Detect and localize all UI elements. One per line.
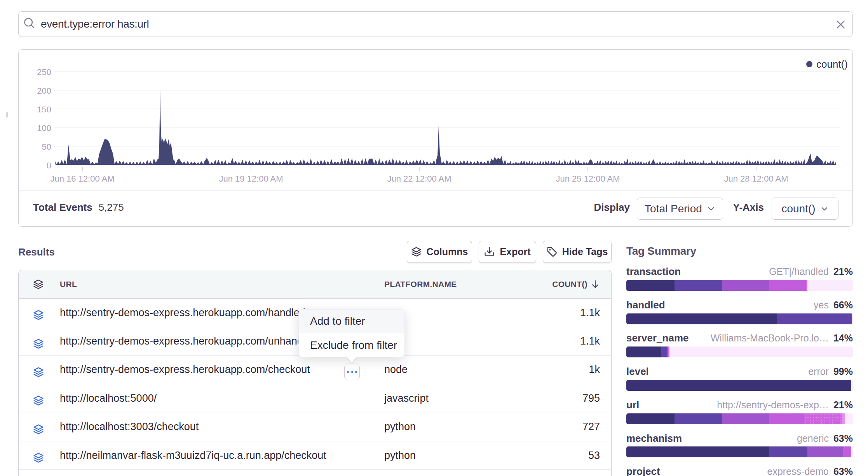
svg-text:Jun 25 12:00 AM: Jun 25 12:00 AM — [556, 174, 620, 184]
svg-text:Jun 22 12:00 AM: Jun 22 12:00 AM — [387, 174, 451, 184]
svg-text:Jun 19 12:00 AM: Jun 19 12:00 AM — [219, 174, 283, 184]
svg-text:250: 250 — [37, 67, 51, 77]
svg-text:Jun 16 12:00 AM: Jun 16 12:00 AM — [50, 174, 114, 184]
svg-text:0: 0 — [47, 161, 51, 170]
svg-text:100: 100 — [37, 123, 51, 133]
svg-text:150: 150 — [37, 105, 51, 114]
svg-text:50: 50 — [42, 142, 51, 152]
svg-text:200: 200 — [37, 86, 51, 96]
